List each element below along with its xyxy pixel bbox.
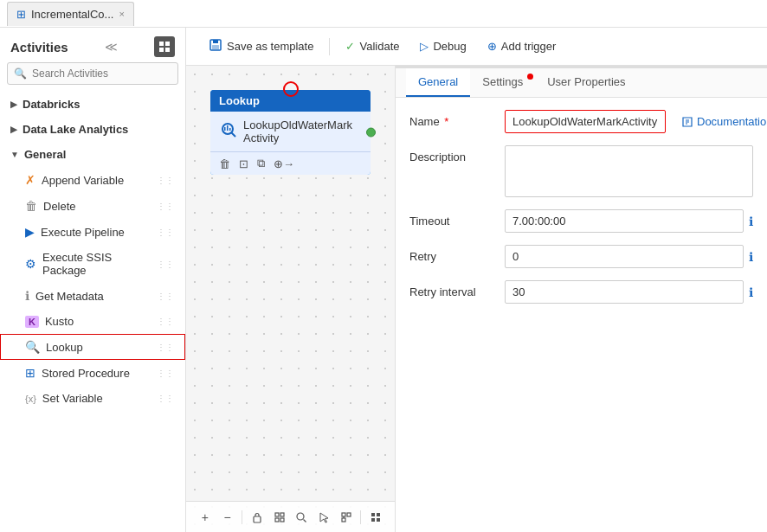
properties-content: Name * Documentation Descriptio <box>396 98 767 532</box>
sidebar-item-storedprocedure[interactable]: ⊞ Stored Procedure ⋮⋮ <box>0 360 185 386</box>
fit-view-button[interactable] <box>269 505 290 529</box>
group-general-header[interactable]: ▼ General <box>0 142 185 167</box>
sidebar-item-lookup[interactable]: 🔍 Lookup ⋮⋮ <box>0 334 185 360</box>
lock-button[interactable] <box>247 505 267 529</box>
debug-button[interactable]: ▷ Debug <box>411 35 474 57</box>
node-copy-icon[interactable]: ⊡ <box>239 157 248 170</box>
drag-handle-icon: ⋮⋮ <box>157 317 174 326</box>
timeout-input-container: ℹ <box>505 209 753 233</box>
svg-rect-25 <box>377 513 380 516</box>
sidebar-item-appendvariable[interactable]: ✗ Append Variable ⋮⋮ <box>0 167 185 193</box>
sidebar-item-getmetadata[interactable]: ℹ Get Metadata ⋮⋮ <box>0 283 185 309</box>
sidebar-item-executepipeline[interactable]: ▶ Execute Pipeline ⋮⋮ <box>0 219 185 245</box>
svg-rect-0 <box>159 42 164 46</box>
drag-handle-icon: ⋮⋮ <box>157 228 174 237</box>
lookup-activity-line2: Activity <box>243 131 352 144</box>
sidebar-item-executessis[interactable]: ⚙ Execute SSIS Package ⋮⋮ <box>0 245 185 283</box>
select-tool-button[interactable] <box>313 505 334 529</box>
sidebar-item-delete[interactable]: 🗑 Delete ⋮⋮ <box>0 193 185 219</box>
svg-line-8 <box>232 132 236 137</box>
group-datalake-header[interactable]: ▶ Data Lake Analytics <box>0 117 185 142</box>
group-databricks-label: Databricks <box>23 98 80 111</box>
storedprocedure-label: Stored Procedure <box>42 367 130 380</box>
node-delete-icon[interactable]: 🗑 <box>219 157 230 170</box>
node-arrow-icon[interactable]: ⊕→ <box>274 157 294 170</box>
pipeline-tab[interactable]: ⊞ IncrementalCo... × <box>7 2 134 26</box>
search-input[interactable] <box>7 62 178 85</box>
lookup-node[interactable]: Lookup LookupOldWaterMark Activity <box>210 90 371 175</box>
toolbar-sep-1 <box>329 38 330 55</box>
sidebar-content: ▶ Databricks ▶ Data Lake Analytics ▼ Gen… <box>0 92 185 532</box>
getmetadata-label: Get Metadata <box>35 290 104 303</box>
setvariable-icon: {x} <box>25 394 36 404</box>
node-clone-icon[interactable]: ⧉ <box>257 157 265 170</box>
properties-panel: General Settings User Properties Name <box>395 66 767 532</box>
sidebar-collapse-button[interactable]: ≪ <box>105 40 118 54</box>
lookup-node-footer: 🗑 ⊡ ⧉ ⊕→ <box>210 151 371 175</box>
databricks-arrow-icon: ▶ <box>10 99 17 109</box>
validate-button[interactable]: ✓ Validate <box>337 35 408 57</box>
canvas[interactable]: Lookup LookupOldWaterMark Activity <box>186 66 395 532</box>
svg-rect-3 <box>165 48 170 52</box>
svg-marker-19 <box>320 513 328 522</box>
layout-button[interactable] <box>336 505 357 529</box>
svg-rect-14 <box>280 513 284 516</box>
node-top-circle <box>283 81 299 97</box>
kusto-label: Kusto <box>45 315 74 328</box>
lookup-activity-icon <box>219 120 238 144</box>
close-tab-button[interactable]: × <box>119 9 124 19</box>
item-appendvariable-left: ✗ Append Variable <box>25 173 124 187</box>
timeout-label: Timeout <box>409 209 496 228</box>
zoom-out-button[interactable]: − <box>217 505 238 529</box>
timeout-input[interactable] <box>505 209 744 233</box>
storedprocedure-icon: ⊞ <box>25 366 35 380</box>
description-label: Description <box>409 145 496 163</box>
executessis-icon: ⚙ <box>25 257 36 271</box>
name-input[interactable] <box>505 110 666 133</box>
drag-handle-icon: ⋮⋮ <box>157 202 174 211</box>
documentation-link[interactable]: Documentation <box>681 110 767 128</box>
svg-line-18 <box>304 519 306 522</box>
lookup-node-header-label: Lookup <box>219 94 260 107</box>
props-row-description: Description <box>409 145 753 197</box>
settings-badge <box>527 74 533 80</box>
save-template-icon <box>209 38 222 54</box>
svg-rect-15 <box>275 518 279 522</box>
lookup-activity-text: LookupOldWaterMark Activity <box>243 119 352 144</box>
sidebar-item-kusto[interactable]: K Kusto ⋮⋮ <box>0 309 185 334</box>
tab-user-properties-label: User Properties <box>547 75 625 88</box>
tab-general[interactable]: General <box>406 68 470 97</box>
kusto-icon: K <box>25 316 39 328</box>
more-options-button[interactable] <box>365 505 386 529</box>
lookup-label: Lookup <box>46 341 83 354</box>
general-arrow-icon: ▼ <box>10 150 19 159</box>
retry-input-container: ℹ <box>505 245 753 268</box>
svg-rect-10 <box>227 125 229 131</box>
retry-interval-input[interactable] <box>505 280 744 304</box>
save-as-template-button[interactable]: Save as template <box>200 34 322 59</box>
tab-user-properties[interactable]: User Properties <box>535 68 637 97</box>
svg-point-17 <box>297 513 304 520</box>
svg-rect-26 <box>371 518 375 522</box>
retry-interval-input-container: ℹ <box>505 280 753 304</box>
timeout-info-icon[interactable]: ℹ <box>749 215 753 228</box>
group-databricks-header[interactable]: ▶ Databricks <box>0 92 185 117</box>
sidebar-item-setvariable[interactable]: {x} Set Variable ⋮⋮ <box>0 386 185 411</box>
zoom-in-button[interactable]: + <box>195 505 216 529</box>
debug-label: Debug <box>433 40 466 53</box>
tab-settings[interactable]: Settings <box>470 68 535 97</box>
svg-rect-6 <box>212 45 219 49</box>
description-input[interactable] <box>505 145 753 197</box>
svg-rect-5 <box>213 40 218 43</box>
search-canvas-button[interactable] <box>291 505 312 529</box>
retry-input[interactable] <box>505 245 744 268</box>
add-trigger-button[interactable]: ⊕ Add trigger <box>479 35 565 57</box>
retry-interval-info-icon[interactable]: ℹ <box>749 285 753 299</box>
retry-info-icon[interactable]: ℹ <box>749 250 753 264</box>
lookup-icon: 🔍 <box>25 340 40 354</box>
item-getmetadata-left: ℹ Get Metadata <box>25 289 104 303</box>
setvariable-label: Set Variable <box>42 392 103 405</box>
delete-label: Delete <box>43 200 76 213</box>
canvas-props-container: Lookup LookupOldWaterMark Activity <box>186 66 767 532</box>
sidebar-title: Activities <box>10 40 68 54</box>
